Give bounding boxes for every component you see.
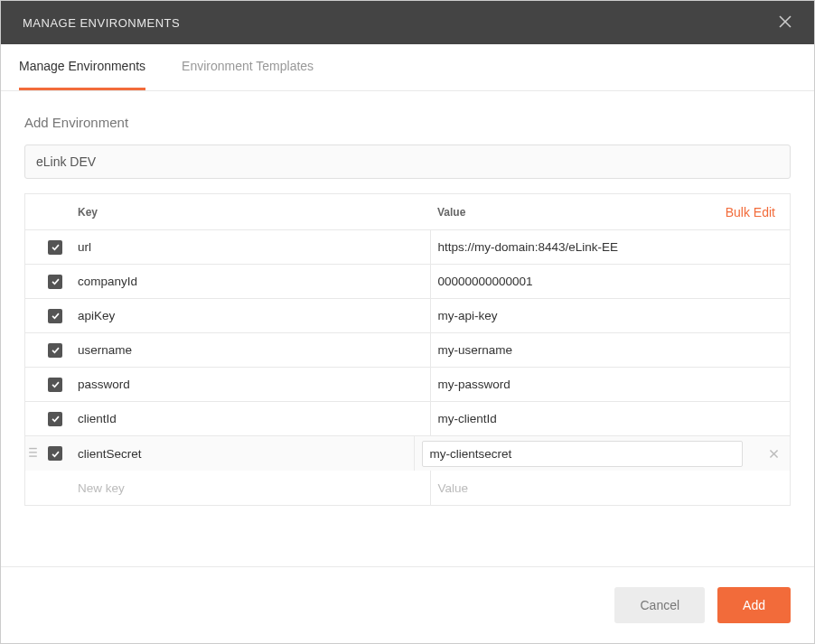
table-row[interactable]: clientIdmy-clientId — [25, 402, 790, 436]
row-checkbox-cell — [40, 446, 70, 461]
new-key-input[interactable]: New key — [70, 471, 431, 505]
add-button[interactable]: Add — [717, 587, 791, 623]
header-col-key: Key — [70, 206, 430, 219]
new-variable-row[interactable]: New key Value — [25, 471, 790, 505]
dialog-footer: Cancel Add — [1, 566, 814, 643]
variable-key[interactable]: apiKey — [70, 299, 431, 332]
dialog-titlebar: MANAGE ENVIRONMENTS — [1, 1, 814, 44]
variable-value[interactable]: my-password — [431, 368, 791, 401]
variable-key[interactable]: username — [70, 333, 431, 367]
variable-value[interactable]: 00000000000001 — [431, 265, 791, 298]
section-heading: Add Environment — [24, 115, 791, 130]
row-checkbox[interactable] — [48, 378, 62, 392]
row-checkbox[interactable] — [48, 240, 62, 255]
row-checkbox-cell — [40, 378, 70, 392]
variable-value-input[interactable] — [422, 441, 744, 467]
variable-value[interactable] — [415, 436, 758, 471]
row-checkbox[interactable] — [48, 412, 62, 426]
svg-rect-2 — [29, 447, 37, 448]
variable-value[interactable]: my-api-key — [431, 299, 791, 332]
header-col-value: Value Bulk Edit — [430, 206, 790, 219]
drag-handle-icon[interactable] — [25, 447, 40, 461]
row-checkbox-cell — [40, 309, 70, 323]
dialog-title: MANAGE ENVIRONMENTS — [23, 16, 180, 30]
bulk-edit-link[interactable]: Bulk Edit — [726, 205, 775, 219]
new-value-input[interactable]: Value — [431, 471, 791, 505]
delete-row-icon[interactable] — [757, 448, 790, 460]
variable-key[interactable]: companyId — [70, 265, 431, 298]
variable-key[interactable]: password — [70, 368, 431, 401]
row-checkbox[interactable] — [48, 309, 62, 323]
header-value-label: Value — [437, 206, 465, 219]
table-header: Key Value Bulk Edit — [25, 194, 790, 230]
variable-key[interactable]: clientSecret — [70, 436, 415, 471]
variables-table: Key Value Bulk Edit urlhttps://my-domain… — [24, 193, 791, 506]
row-checkbox-cell — [40, 343, 70, 358]
variable-value[interactable]: my-username — [431, 333, 791, 367]
table-row[interactable]: companyId00000000000001 — [25, 265, 790, 299]
row-checkbox[interactable] — [48, 275, 62, 289]
tab-label: Environment Templates — [182, 59, 314, 73]
dialog-content: Add Environment Key Value Bulk Edit urlh… — [1, 91, 814, 566]
environment-name-input[interactable] — [24, 145, 791, 179]
row-checkbox-cell — [40, 275, 70, 289]
close-icon[interactable] — [778, 14, 792, 32]
svg-rect-4 — [29, 455, 37, 456]
table-row[interactable]: passwordmy-password — [25, 368, 790, 402]
table-row[interactable]: clientSecret — [25, 436, 790, 471]
table-row[interactable]: apiKeymy-api-key — [25, 299, 790, 333]
variable-key[interactable]: url — [70, 230, 431, 264]
row-checkbox-cell — [40, 240, 70, 255]
table-row[interactable]: urlhttps://my-domain:8443/eLink-EE — [25, 230, 790, 265]
row-checkbox[interactable] — [48, 343, 62, 358]
svg-rect-3 — [29, 452, 37, 453]
manage-environments-dialog: MANAGE ENVIRONMENTS Manage Environments … — [0, 0, 815, 644]
tab-label: Manage Environments — [19, 59, 145, 73]
cancel-button[interactable]: Cancel — [614, 587, 705, 623]
tab-environment-templates[interactable]: Environment Templates — [182, 44, 314, 90]
variable-value[interactable]: my-clientId — [431, 402, 791, 435]
tab-manage-environments[interactable]: Manage Environments — [19, 44, 145, 90]
row-checkbox-cell — [40, 412, 70, 426]
tabs: Manage Environments Environment Template… — [1, 44, 814, 91]
table-row[interactable]: usernamemy-username — [25, 333, 790, 368]
variable-key[interactable]: clientId — [70, 402, 431, 435]
variable-value[interactable]: https://my-domain:8443/eLink-EE — [431, 230, 791, 264]
row-checkbox[interactable] — [48, 446, 62, 461]
